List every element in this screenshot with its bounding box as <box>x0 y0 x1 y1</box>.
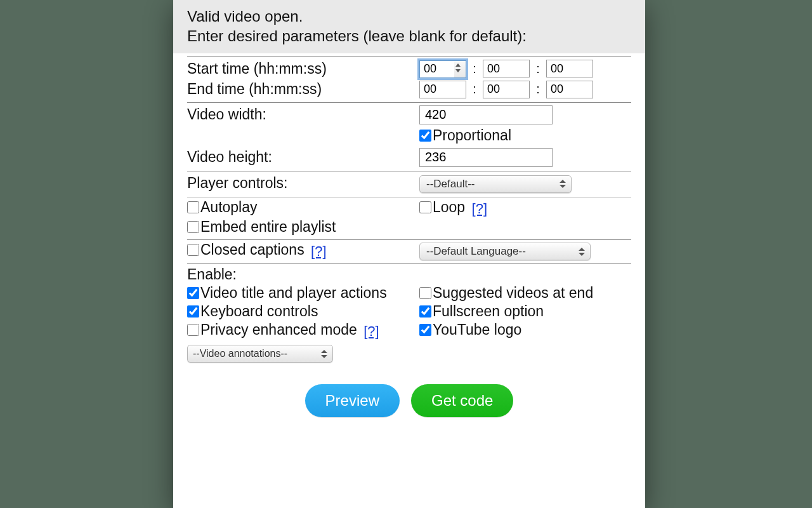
embed-playlist-checkbox-input[interactable] <box>187 221 199 233</box>
fullscreen-option-checkbox[interactable]: Fullscreen option <box>419 303 544 321</box>
start-time-label: Start time (hh:mm:ss) <box>187 60 419 77</box>
chevron-up-down-icon <box>321 348 329 359</box>
embed-parameters-panel: Valid video open. Enter desired paramete… <box>173 0 645 508</box>
start-time-mm-input[interactable] <box>483 60 530 77</box>
end-time-label: End time (hh:mm:ss) <box>187 81 419 98</box>
embed-playlist-checkbox[interactable]: Embed entire playlist <box>187 218 336 236</box>
start-time-ss-input[interactable] <box>546 60 593 77</box>
enable-heading: Enable: <box>187 266 237 283</box>
cc-language-select[interactable]: --Default Language-- <box>419 243 591 260</box>
end-time-ss-input[interactable] <box>546 81 593 98</box>
proportional-checkbox-input[interactable] <box>419 130 431 142</box>
closed-captions-checkbox-input[interactable] <box>187 244 199 256</box>
loop-label: Loop <box>433 199 465 217</box>
colon-separator: : <box>469 82 480 97</box>
cc-language-value: --Default Language-- <box>426 245 526 258</box>
suggested-videos-checkbox-input[interactable] <box>419 287 431 299</box>
get-code-button[interactable]: Get code <box>411 384 513 417</box>
video-width-label: Video width: <box>187 106 419 123</box>
player-controls-select[interactable]: --Default-- <box>419 175 572 193</box>
player-controls-value: --Default-- <box>426 178 475 190</box>
header-line-1: Valid video open. <box>187 6 631 26</box>
loop-checkbox-input[interactable] <box>419 201 431 213</box>
video-annotations-value: --Video annotations-- <box>193 348 287 359</box>
video-title-actions-checkbox-input[interactable] <box>187 287 199 299</box>
player-controls-label: Player controls: <box>187 175 419 192</box>
preview-button[interactable]: Preview <box>305 384 400 417</box>
start-time-hh-input[interactable] <box>419 60 466 78</box>
keyboard-controls-checkbox[interactable]: Keyboard controls <box>187 303 318 321</box>
chevron-up-down-icon <box>579 246 586 257</box>
closed-captions-checkbox[interactable]: Closed captions <box>187 241 304 259</box>
video-height-label: Video height: <box>187 149 419 166</box>
video-title-actions-label: Video title and player actions <box>200 284 387 302</box>
header-line-2: Enter desired parameters (leave blank fo… <box>187 26 631 46</box>
loop-checkbox[interactable]: Loop <box>419 199 465 217</box>
youtube-logo-checkbox[interactable]: YouTube logo <box>419 321 521 339</box>
keyboard-controls-checkbox-input[interactable] <box>187 305 199 318</box>
embed-playlist-label: Embed entire playlist <box>200 218 336 236</box>
chevron-up-down-icon <box>560 178 567 190</box>
end-time-hh-input[interactable] <box>419 81 466 98</box>
autoplay-checkbox-input[interactable] <box>187 201 199 213</box>
closed-captions-help-link[interactable]: [?] <box>311 243 326 259</box>
colon-separator: : <box>469 62 480 76</box>
fullscreen-option-label: Fullscreen option <box>433 303 544 321</box>
colon-separator: : <box>532 62 544 76</box>
suggested-videos-label: Suggested videos at end <box>433 284 593 302</box>
youtube-logo-checkbox-input[interactable] <box>419 324 431 336</box>
keyboard-controls-label: Keyboard controls <box>200 303 318 321</box>
privacy-mode-label: Privacy enhanced mode <box>200 321 357 339</box>
privacy-mode-checkbox[interactable]: Privacy enhanced mode <box>187 321 357 339</box>
colon-separator: : <box>532 82 544 97</box>
proportional-checkbox[interactable]: Proportional <box>419 127 511 145</box>
panel-header: Valid video open. Enter desired paramete… <box>173 0 645 53</box>
proportional-label: Proportional <box>433 127 511 145</box>
autoplay-checkbox[interactable]: Autoplay <box>187 199 258 217</box>
suggested-videos-checkbox[interactable]: Suggested videos at end <box>419 284 593 302</box>
video-title-actions-checkbox[interactable]: Video title and player actions <box>187 284 387 302</box>
end-time-mm-input[interactable] <box>483 81 530 98</box>
closed-captions-label: Closed captions <box>200 241 304 259</box>
privacy-mode-help-link[interactable]: [?] <box>363 323 379 339</box>
autoplay-label: Autoplay <box>200 199 258 217</box>
privacy-mode-checkbox-input[interactable] <box>187 324 199 336</box>
video-width-input[interactable] <box>419 105 553 124</box>
video-height-input[interactable] <box>419 148 553 167</box>
video-annotations-select[interactable]: --Video annotations-- <box>187 345 333 363</box>
loop-help-link[interactable]: [?] <box>472 201 487 217</box>
youtube-logo-label: YouTube logo <box>433 321 521 339</box>
fullscreen-option-checkbox-input[interactable] <box>419 305 431 318</box>
